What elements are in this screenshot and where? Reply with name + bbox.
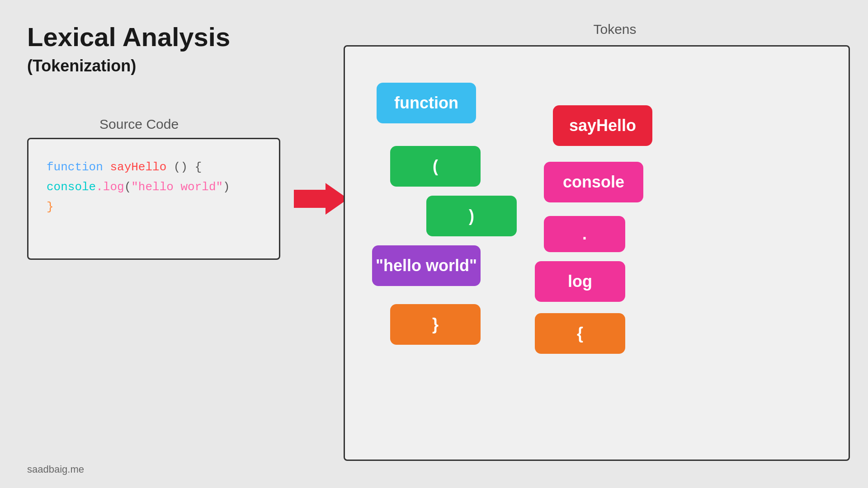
page-subtitle: (Tokenization) [27, 56, 136, 75]
code-brace-close: } [47, 200, 54, 214]
tokens-label: Tokens [479, 22, 750, 37]
token-function: function [377, 83, 476, 123]
code-line-2: console.log("hello world") [47, 177, 261, 197]
token-open-brace: { [535, 313, 625, 354]
code-string: "hello world" [131, 180, 223, 194]
code-line-3: } [47, 197, 261, 217]
token-dot: . [544, 216, 625, 252]
token-close-paren: ) [426, 196, 517, 236]
page-title: Lexical Analysis [27, 22, 230, 52]
token-hello-world: "hello world" [372, 245, 481, 286]
code-log: log [103, 180, 124, 194]
token-console: console [544, 162, 643, 202]
token-close-brace: } [390, 304, 481, 345]
code-keyword-function: function [47, 160, 110, 174]
token-log: log [535, 261, 625, 302]
arrow-icon [294, 181, 348, 217]
tokens-box: function sayHello ( console ) . "hello w… [344, 45, 850, 461]
svg-marker-0 [294, 183, 348, 215]
code-paren-open: () { [166, 160, 202, 174]
source-code-box: function sayHello () { console.log("hell… [27, 138, 280, 260]
arrow-container [294, 181, 348, 217]
token-open-paren: ( [390, 146, 481, 187]
code-line-1: function sayHello () { [47, 157, 261, 177]
code-fn-name: sayHello [110, 160, 166, 174]
code-paren-close: ) [223, 180, 230, 194]
code-dot: . [96, 180, 103, 194]
token-sayHello: sayHello [553, 105, 652, 146]
code-console: console [47, 180, 96, 194]
source-code-label: Source Code [99, 117, 179, 132]
code-paren: ( [124, 180, 132, 194]
footer-text: saadbaig.me [27, 464, 84, 475]
